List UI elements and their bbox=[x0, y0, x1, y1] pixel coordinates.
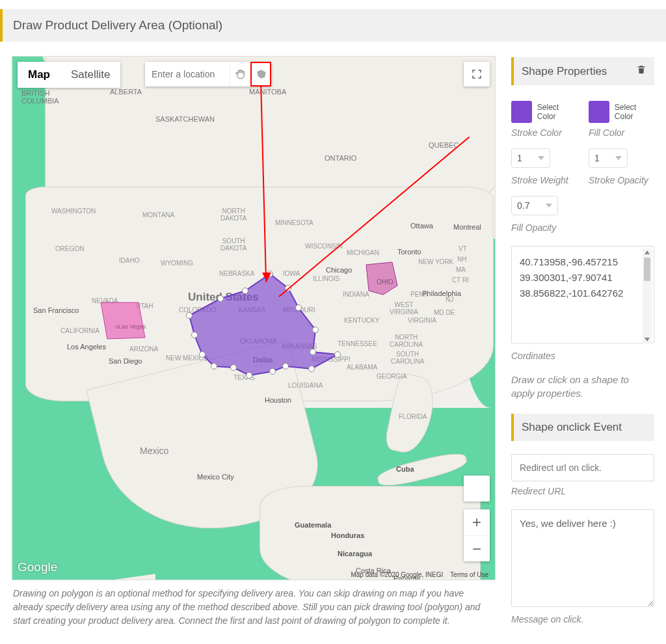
zoom-control: + − bbox=[464, 509, 490, 561]
panel-title: Draw Product Delivery Area (Optional) bbox=[0, 9, 666, 42]
stroke-weight-label: Stroke Weight bbox=[511, 174, 577, 187]
polygon-vertex[interactable] bbox=[211, 363, 217, 369]
delete-shape-button[interactable] bbox=[636, 64, 646, 78]
stroke-weight-value: 1 bbox=[517, 153, 522, 163]
onclick-event-title: Shape onclick Event bbox=[522, 421, 622, 434]
fullscreen-icon bbox=[471, 68, 483, 80]
stroke-color-swatch[interactable] bbox=[511, 101, 532, 123]
chevron-down-icon bbox=[538, 156, 544, 160]
map-column: OHIO oLas Vegas bbox=[12, 56, 496, 628]
polygon-vertex[interactable] bbox=[334, 351, 341, 358]
stroke-color-label: Stroke Color bbox=[511, 127, 577, 139]
hand-icon bbox=[235, 68, 246, 80]
stroke-weight-select[interactable]: 1 bbox=[511, 148, 550, 168]
chevron-down-icon bbox=[546, 204, 552, 208]
chevron-down-icon bbox=[615, 156, 622, 160]
polygon-icon bbox=[256, 68, 267, 80]
stroke-color-button[interactable]: Select Color bbox=[537, 103, 577, 121]
polygon-vertex[interactable] bbox=[246, 372, 252, 379]
polygon-vertex[interactable] bbox=[199, 351, 206, 358]
fill-opacity-select[interactable]: 0.7 bbox=[511, 196, 558, 215]
onclick-event-header: Shape onclick Event bbox=[511, 414, 654, 441]
main-polygon[interactable] bbox=[189, 274, 338, 375]
arrowhead-to-map bbox=[262, 273, 271, 282]
fill-color-label: Fill Color bbox=[589, 127, 654, 139]
fill-color-button[interactable]: Select Color bbox=[615, 103, 654, 121]
map-type-map[interactable]: Map bbox=[18, 62, 60, 88]
zoom-in-button[interactable]: + bbox=[464, 509, 490, 535]
polygon-vertex[interactable] bbox=[308, 366, 315, 372]
side-panel: Shape Properties Select Color Stroke Col… bbox=[511, 56, 654, 628]
map[interactable]: OHIO oLas Vegas bbox=[12, 56, 496, 580]
polygon-vertex[interactable] bbox=[295, 304, 302, 311]
location-search-input[interactable] bbox=[145, 62, 230, 87]
polygon-vertex[interactable] bbox=[217, 295, 224, 302]
hand-tool-button[interactable] bbox=[230, 62, 250, 87]
polygon-vertex[interactable] bbox=[230, 364, 237, 371]
stroke-opacity-label: Stroke Opacity bbox=[589, 174, 654, 187]
polygon-vertex[interactable] bbox=[282, 363, 289, 369]
redirect-url-label: Redirect URL bbox=[511, 485, 654, 498]
polygon-tool-button[interactable] bbox=[250, 62, 271, 87]
coordinates-textarea[interactable] bbox=[511, 246, 654, 343]
map-search-bar bbox=[145, 62, 271, 87]
fullscreen-button[interactable] bbox=[464, 62, 490, 87]
redirect-url-input[interactable] bbox=[511, 454, 654, 481]
fill-color-swatch[interactable] bbox=[589, 101, 609, 123]
shape-hint-text: Draw or click on a shape to apply proper… bbox=[511, 373, 654, 401]
coordinates-scrollbar[interactable] bbox=[643, 248, 652, 343]
stroke-opacity-select[interactable]: 1 bbox=[589, 148, 628, 168]
terms-link[interactable]: Terms of Use bbox=[447, 571, 491, 578]
zoom-out-button[interactable]: − bbox=[464, 535, 490, 561]
polygon-vertex[interactable] bbox=[191, 332, 198, 338]
stroke-opacity-value: 1 bbox=[594, 153, 600, 163]
fill-opacity-label: Fill Opacity bbox=[511, 222, 654, 234]
polygon-vertex[interactable] bbox=[312, 327, 319, 333]
trash-icon bbox=[636, 64, 646, 75]
scroll-up-icon[interactable] bbox=[643, 248, 652, 256]
map-attribution: Map data ©2020 Google, INEGI Terms of Us… bbox=[348, 571, 491, 578]
polygon-vertex[interactable] bbox=[242, 288, 248, 294]
map-footnote: Drawing on polygon is an optional method… bbox=[12, 580, 496, 628]
delivery-polygons: OHIO oLas Vegas bbox=[12, 57, 496, 580]
toggle-layer-button[interactable] bbox=[464, 476, 490, 502]
scroll-down-icon[interactable] bbox=[643, 336, 652, 343]
nevada-polygon[interactable] bbox=[101, 302, 145, 339]
polygon-vertex[interactable] bbox=[310, 349, 316, 355]
shape-properties-header: Shape Properties bbox=[511, 57, 654, 85]
message-on-click-label: Message on click. bbox=[511, 613, 654, 626]
map-data-text: Map data ©2020 Google, INEGI bbox=[348, 571, 446, 578]
google-logo: Google bbox=[18, 560, 57, 574]
polygon-vertex[interactable] bbox=[186, 312, 193, 319]
coordinates-label: Cordinates bbox=[511, 350, 654, 362]
nevada-polygon-label: oLas Vegas bbox=[115, 323, 146, 330]
map-type-satellite[interactable]: Satellite bbox=[60, 62, 120, 88]
ohio-polygon-label: OHIO bbox=[377, 278, 393, 286]
scroll-thumb[interactable] bbox=[644, 258, 650, 281]
shape-properties-title: Shape Properties bbox=[522, 65, 607, 78]
polygon-vertex[interactable] bbox=[269, 368, 276, 375]
map-type-switch: Map Satellite bbox=[18, 62, 120, 88]
message-on-click-textarea[interactable] bbox=[511, 509, 654, 607]
fill-opacity-value: 0.7 bbox=[517, 200, 529, 211]
